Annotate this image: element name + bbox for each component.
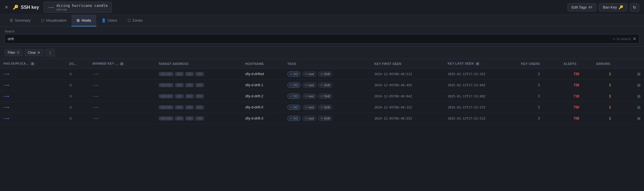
key-first-seen-cell: 2024-12-05T00:48:55Z xyxy=(371,113,444,124)
tag-drift[interactable]: 🏷Drift xyxy=(318,105,332,110)
tag-do[interactable]: 🏷DO xyxy=(287,71,301,77)
hostname-cell: sfly-d-drift-0 xyxy=(242,102,284,113)
more-options-button[interactable]: ⋮ xyxy=(46,49,55,56)
tag-root[interactable]: 🏷root xyxy=(302,83,316,88)
col-key-users[interactable]: KEY USERS xyxy=(518,59,560,69)
key-users-cell: 3 xyxy=(518,91,560,102)
key-last-seen-cell: 2025-01-13T17:53:00Z xyxy=(444,91,518,102)
has-duplicates-cell: ⟶ xyxy=(0,113,66,124)
row-actions-cell: ⊞ xyxy=(627,91,644,102)
tag-drift[interactable]: 🏷Drift xyxy=(318,71,332,77)
tag-root[interactable]: 🏷root xyxy=(302,116,316,121)
alerts-cell: 750 xyxy=(560,102,593,113)
tag-root[interactable]: 🏷root xyxy=(302,94,316,99)
clear-button[interactable]: Clear ✕ xyxy=(25,49,44,56)
banned-key-icon: ⟶ xyxy=(93,116,98,121)
banned-key-cell: ⟶ xyxy=(89,80,155,91)
edit-tags-button[interactable]: Edit Tags 🏷 xyxy=(567,3,596,11)
duplicate-key-icon: ⟶ xyxy=(3,116,9,121)
refresh-button[interactable]: ↻ xyxy=(630,3,639,12)
col-hostname[interactable]: HOSTNAME xyxy=(242,59,284,69)
tab-hosts[interactable]: ⊞ Hosts xyxy=(71,15,96,26)
shield-icon: ⊙ xyxy=(69,94,72,98)
key-first-seen-cell: 2024-12-05T00:48:49Z xyxy=(371,80,444,91)
table-row: ⟶ ⊙ ⟶ 000.000 000 000 000 sfly-d-drift-1… xyxy=(0,80,644,91)
hostname-cell: sfly-d-drift-3 xyxy=(242,113,284,124)
col-key-first-seen[interactable]: KEY FIRST SEEN xyxy=(371,59,444,69)
col-zones[interactable]: ZO... xyxy=(66,59,89,69)
has-duplicates-cell: ⟶ xyxy=(0,69,66,80)
col-errors[interactable]: ERRORS xyxy=(593,59,627,69)
zones-cell: ⊙ xyxy=(66,102,89,113)
key-icon: ⟶ xyxy=(48,5,54,10)
ssh-key-icon: 🔑 xyxy=(13,5,19,10)
page-title: 🔑 SSH key xyxy=(13,5,39,10)
clear-text: Clear xyxy=(28,51,36,55)
search-hint: ↵ to search xyxy=(613,37,631,41)
key-users-cell: 3 xyxy=(518,113,560,124)
search-input[interactable] xyxy=(8,37,611,41)
alerts-cell: 726 xyxy=(560,69,593,80)
topology-icon[interactable]: ⊞ xyxy=(637,116,641,121)
duplicate-key-icon: ⟶ xyxy=(3,94,9,98)
banned-key-cell: ⟶ xyxy=(89,69,155,80)
errors-cell: 1 xyxy=(593,113,627,124)
key-users-cell: 3 xyxy=(518,69,560,80)
tags-cell: 🏷DO 🏷root 🏷Drift xyxy=(284,91,371,102)
topology-icon[interactable]: ⊞ xyxy=(637,94,641,98)
alerts-cell: 708 xyxy=(560,113,593,124)
target-address-cell: 000.000 000 000 000 xyxy=(155,102,242,113)
tab-users[interactable]: 👤 Users xyxy=(96,15,122,26)
col-tags[interactable]: TAGS xyxy=(284,59,371,69)
tab-visualization[interactable]: ⬡ Visualization xyxy=(36,15,72,26)
duplicate-key-icon: ⟶ xyxy=(3,105,9,110)
tag-do[interactable]: 🏷DO xyxy=(287,116,301,121)
zones-icon: ⬡ xyxy=(128,18,131,22)
tag-drift[interactable]: 🏷Drift xyxy=(318,116,332,121)
filter-text: Filter xyxy=(8,51,15,55)
search-container: Search ↵ to search ✕ xyxy=(0,27,644,47)
close-button[interactable]: ✕ xyxy=(5,5,8,10)
tag-do[interactable]: 🏷DO xyxy=(287,94,301,99)
tag-root[interactable]: 🏷root xyxy=(302,71,316,77)
tags-cell: 🏷DO 🏷root 🏷Drift xyxy=(284,80,371,91)
col-alerts[interactable]: ALERTS xyxy=(560,59,593,69)
col-banned-key[interactable]: BANNED KEY ... 2↓ xyxy=(89,59,155,69)
tag-do[interactable]: 🏷DO xyxy=(287,105,301,110)
topology-icon[interactable]: ⊞ xyxy=(637,105,641,110)
row-actions-cell: ⊞ xyxy=(627,102,644,113)
banned-key-cell: ⟶ xyxy=(89,102,155,113)
tag-do[interactable]: 🏷DO xyxy=(287,83,301,88)
hostname-cell: sfly-d-drift-2 xyxy=(242,91,284,102)
banned-key-icon: ⟶ xyxy=(93,105,98,110)
filter-icon: ▽ xyxy=(17,51,19,55)
tabs-bar: ☰ Summary ⬡ Visualization ⊞ Hosts 👤 User… xyxy=(0,15,644,27)
col-target-address[interactable]: TARGET ADDRESS xyxy=(155,59,242,69)
key-selector[interactable]: ⟶ dicing hurricane candle ssh-rsa xyxy=(44,2,112,13)
shield-icon: ⊙ xyxy=(69,83,72,87)
topology-icon[interactable]: ⊞ xyxy=(637,72,641,76)
tag-drift[interactable]: 🏷Drift xyxy=(318,94,332,99)
key-users-cell: 3 xyxy=(518,102,560,113)
table-header-row: HAS DUPLICA... 3↓ ZO... BANNED KEY ... 2… xyxy=(0,59,644,69)
search-clear-button[interactable]: ✕ xyxy=(633,36,636,42)
ban-key-button[interactable]: Ban Key 🔑 xyxy=(599,3,627,11)
tag-root[interactable]: 🏷root xyxy=(302,105,316,110)
ban-icon: 🔑 xyxy=(619,5,623,9)
key-last-seen-cell: 2025-01-13T17:52:51Z xyxy=(444,113,518,124)
duplicate-key-icon: ⟶ xyxy=(3,72,9,76)
hostname-cell: sfly-d-drift-1 xyxy=(242,80,284,91)
has-duplicates-cell: ⟶ xyxy=(0,80,66,91)
filter-button[interactable]: Filter ▽ xyxy=(5,49,23,56)
row-actions-cell: ⊞ xyxy=(627,80,644,91)
tag-drift[interactable]: 🏷Drift xyxy=(318,83,332,88)
col-has-duplicates[interactable]: HAS DUPLICA... 3↓ xyxy=(0,59,66,69)
tab-zones[interactable]: ⬡ Zones xyxy=(122,15,148,26)
col-key-last-seen[interactable]: KEY LAST SEEN 4↓ xyxy=(444,59,518,69)
hostname-cell: sfly-d-drifted xyxy=(242,69,284,80)
tags-cell: 🏷DO 🏷root 🏷Drift xyxy=(284,69,371,80)
shield-icon: ⊙ xyxy=(69,116,72,120)
tab-summary[interactable]: ☰ Summary xyxy=(5,15,36,26)
topology-icon[interactable]: ⊞ xyxy=(637,83,641,87)
hosts-table: HAS DUPLICA... 3↓ ZO... BANNED KEY ... 2… xyxy=(0,59,644,124)
